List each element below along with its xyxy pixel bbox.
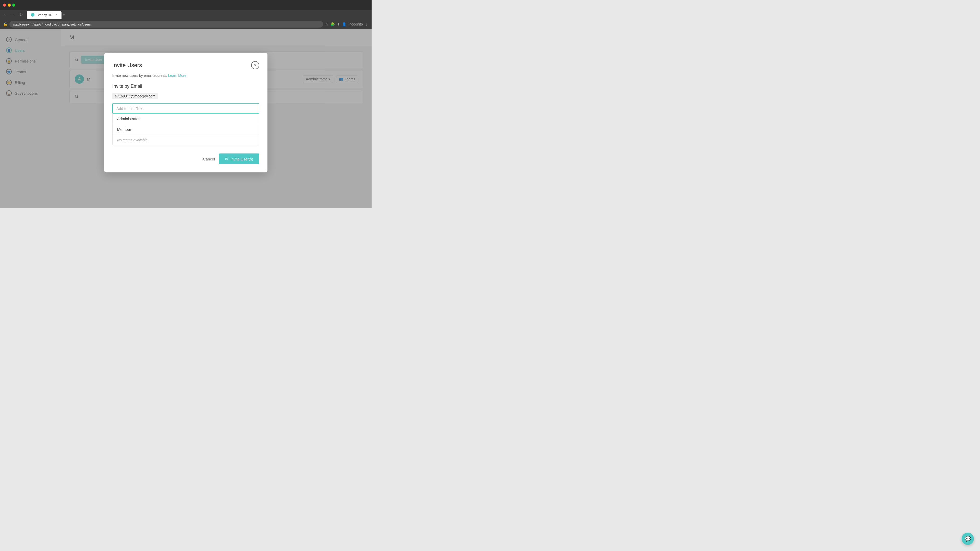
invite-users-label: Invite User(s): [231, 157, 253, 161]
menu-icon[interactable]: ⋮: [365, 22, 369, 26]
invite-users-modal: Invite Users × Invite new users by email…: [104, 53, 267, 172]
new-tab-button[interactable]: +: [62, 12, 65, 17]
lock-icon: 🔒: [3, 22, 7, 26]
no-teams-message: No teams available: [113, 135, 259, 145]
refresh-button[interactable]: ↻: [18, 11, 24, 18]
profile-icon[interactable]: 👤: [342, 22, 346, 26]
page-content: ⚙ General 👤 Users 🔒 Permissions 👥 Teams …: [0, 29, 372, 208]
extensions-icon[interactable]: 🧩: [331, 22, 335, 26]
active-tab[interactable]: Breezy HR ×: [27, 11, 62, 19]
invite-users-button[interactable]: ✉ Invite User(s): [219, 154, 259, 164]
modal-subtitle: Invite new users by email address. Learn…: [112, 73, 259, 78]
role-option-administrator[interactable]: Administrator: [113, 114, 259, 124]
role-search-input[interactable]: [112, 103, 259, 114]
address-bar: 🔒 ☆ 🧩 ⬇ 👤 Incognito ⋮: [0, 19, 372, 29]
role-option-member[interactable]: Member: [113, 124, 259, 135]
cancel-button[interactable]: Cancel: [203, 157, 215, 161]
tab-title: Breezy HR: [37, 13, 52, 17]
incognito-label: Incognito: [348, 22, 363, 26]
back-button[interactable]: ←: [2, 11, 8, 18]
tab-bar: ← → ↻ Breezy HR × +: [0, 10, 372, 19]
invite-icon: ✉: [225, 157, 228, 161]
modal-title: Invite Users: [112, 62, 142, 68]
modal-footer: Cancel ✉ Invite User(s): [112, 154, 259, 164]
modal-close-button[interactable]: ×: [251, 61, 259, 69]
tab-favicon: [31, 13, 35, 17]
forward-button[interactable]: →: [10, 11, 16, 18]
modal-header: Invite Users ×: [112, 61, 259, 69]
learn-more-link[interactable]: Learn More: [168, 73, 186, 78]
url-input[interactable]: [10, 21, 323, 27]
role-dropdown-list: Administrator Member No teams available: [112, 113, 259, 145]
download-icon[interactable]: ⬇: [337, 22, 340, 26]
browser-titlebar: [0, 0, 372, 10]
role-input-container: Administrator Member No teams available: [112, 103, 259, 145]
tab-close-button[interactable]: ×: [56, 13, 57, 17]
modal-section-title: Invite by Email: [112, 84, 259, 89]
email-tag: e71b9844@moodjoy.com: [112, 93, 158, 99]
email-value: e71b9844@moodjoy.com: [115, 94, 156, 98]
bookmark-icon[interactable]: ☆: [325, 22, 328, 26]
